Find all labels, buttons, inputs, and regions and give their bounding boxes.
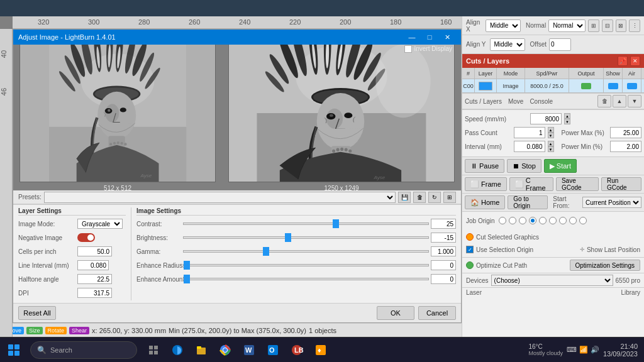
taskbar-search[interactable]: 🔍 Search <box>30 341 137 359</box>
gamma-input[interactable] <box>431 246 456 256</box>
start-button[interactable] <box>0 337 28 363</box>
move-tab[interactable]: Move <box>508 98 523 105</box>
radio-circle-3[interactable] <box>519 217 526 224</box>
move-up-btn[interactable]: ▲ <box>613 95 626 107</box>
preset-save-btn[interactable]: 💾 <box>398 192 411 203</box>
preset-delete-btn[interactable]: 🗑 <box>413 192 426 203</box>
interval-spin[interactable]: ▲ ▼ <box>548 141 554 152</box>
row-expand[interactable]: ▼ <box>641 79 644 92</box>
stop-btn[interactable]: ⏹ Stop <box>507 159 541 173</box>
brightness-slider[interactable] <box>183 236 429 239</box>
dialog-close-btn[interactable]: ✕ <box>438 30 456 45</box>
image-mode-select[interactable]: Grayscale <box>77 219 123 229</box>
halftone-input[interactable] <box>77 274 112 284</box>
devices-select[interactable]: (Choose) <box>491 275 613 286</box>
frame-btn[interactable]: ⬜ Frame <box>465 177 507 191</box>
tb-app-4[interactable] <box>214 339 236 361</box>
align-x-select[interactable]: Middle <box>486 19 521 32</box>
c-frame-btn[interactable]: ⬜ C Frame <box>509 177 553 191</box>
cuts-layers-tab[interactable]: Cuts / Layers <box>465 98 502 105</box>
pass-count-input[interactable] <box>514 127 545 138</box>
radio-circle-9[interactable] <box>579 217 587 224</box>
speed-spin[interactable]: ▲ ▼ <box>564 113 570 124</box>
dialog-minimize-btn[interactable]: — <box>403 30 421 45</box>
radio-6[interactable] <box>549 217 557 224</box>
negative-image-toggle[interactable] <box>77 233 95 242</box>
cells-per-inch-input[interactable] <box>77 246 112 256</box>
start-from-select[interactable]: Current Position <box>582 197 641 208</box>
line-interval-input[interactable] <box>77 260 109 270</box>
tb-app-6[interactable]: O <box>262 339 284 361</box>
tb-app-3[interactable] <box>190 339 213 361</box>
enhance-radius-input[interactable] <box>431 260 456 270</box>
radio-9[interactable] <box>579 217 587 224</box>
normal-select[interactable]: Normal <box>548 19 586 32</box>
optimization-settings-btn[interactable]: Optimization Settings <box>570 260 641 271</box>
power-max-input[interactable] <box>610 127 641 138</box>
speed-down[interactable]: ▼ <box>564 119 570 124</box>
pass-count-spin[interactable]: ▲ ▼ <box>548 127 554 138</box>
pass-up[interactable]: ▲ <box>548 127 554 133</box>
radio-5[interactable] <box>539 217 547 224</box>
radio-circle-1[interactable] <box>499 217 506 224</box>
contrast-slider[interactable] <box>183 222 429 225</box>
home-btn[interactable]: 🏠 Home <box>465 195 505 209</box>
radio-circle-6[interactable] <box>549 217 557 224</box>
size-badge[interactable]: Size <box>26 327 43 334</box>
run-gcode-btn[interactable]: Run GCode <box>601 177 641 191</box>
radio-2[interactable] <box>509 217 516 224</box>
move-down-btn[interactable]: ▼ <box>628 95 641 107</box>
pass-down[interactable]: ▼ <box>548 133 554 138</box>
go-to-origin-btn[interactable]: Go to Origin <box>508 195 548 209</box>
radio-circle-8[interactable] <box>569 217 577 224</box>
save-gcode-btn[interactable]: Save GCode <box>556 177 599 191</box>
reset-all-btn[interactable]: Reset All <box>18 306 56 320</box>
offset-input[interactable] <box>549 38 571 51</box>
start-btn[interactable]: ▶ Start <box>544 159 577 173</box>
radio-3[interactable] <box>519 217 526 224</box>
align-tool-1[interactable]: ⊞ <box>588 19 599 32</box>
cuts-close-btn[interactable]: ✕ <box>630 56 640 66</box>
radio-4[interactable] <box>529 217 536 224</box>
radio-7[interactable] <box>559 217 567 224</box>
dpi-input[interactable] <box>77 288 112 298</box>
presets-select[interactable] <box>44 192 396 203</box>
tb-app-last[interactable]: ♦ <box>309 339 332 361</box>
cuts-pin-btn[interactable]: 📌 <box>618 56 628 66</box>
shear-badge[interactable]: Shear <box>69 327 89 334</box>
enhance-amount-slider[interactable] <box>183 278 429 280</box>
delete-layer-btn[interactable]: 🗑 <box>597 95 611 107</box>
radio-circle-5[interactable] <box>539 217 547 224</box>
cancel-btn[interactable]: Cancel <box>418 306 456 320</box>
align-tool-3[interactable]: ⊠ <box>616 19 627 32</box>
dialog-maximize-btn[interactable]: □ <box>421 30 438 45</box>
tb-app-2[interactable] <box>166 339 189 361</box>
tb-app-5[interactable]: W <box>238 339 260 361</box>
align-tool-2[interactable]: ⊟ <box>602 19 613 32</box>
preset-refresh-btn[interactable]: ↻ <box>428 192 441 203</box>
enhance-radius-slider[interactable] <box>183 264 429 266</box>
radio-circle-4[interactable] <box>529 217 536 224</box>
brightness-input[interactable] <box>431 233 456 243</box>
tb-app-lightburn[interactable]: LB <box>286 339 308 361</box>
ok-btn[interactable]: OK <box>377 306 414 320</box>
speed-up[interactable]: ▲ <box>564 113 570 119</box>
enhance-amount-input[interactable] <box>431 274 456 284</box>
preset-more-btn[interactable]: ⊞ <box>443 192 456 203</box>
radio-8[interactable] <box>569 217 577 224</box>
radio-circle-2[interactable] <box>509 217 516 224</box>
speed-input[interactable] <box>530 113 562 124</box>
use-selection-checkbox[interactable]: ✓ <box>466 246 474 253</box>
align-tool-4[interactable]: ⋮ <box>629 19 640 32</box>
align-y-select[interactable]: Middle <box>490 38 525 51</box>
pause-btn[interactable]: ⏸ Pause <box>465 159 504 173</box>
gamma-slider[interactable] <box>183 250 429 253</box>
contrast-input[interactable] <box>431 219 456 229</box>
power-min-input[interactable] <box>610 141 641 152</box>
interval-down[interactable]: ▼ <box>548 146 554 152</box>
console-tab[interactable]: Console <box>530 98 553 105</box>
interval-input[interactable] <box>514 141 545 152</box>
radio-1[interactable] <box>499 217 506 224</box>
invert-display-checkbox[interactable] <box>404 45 412 53</box>
tb-app-1[interactable] <box>142 339 165 361</box>
